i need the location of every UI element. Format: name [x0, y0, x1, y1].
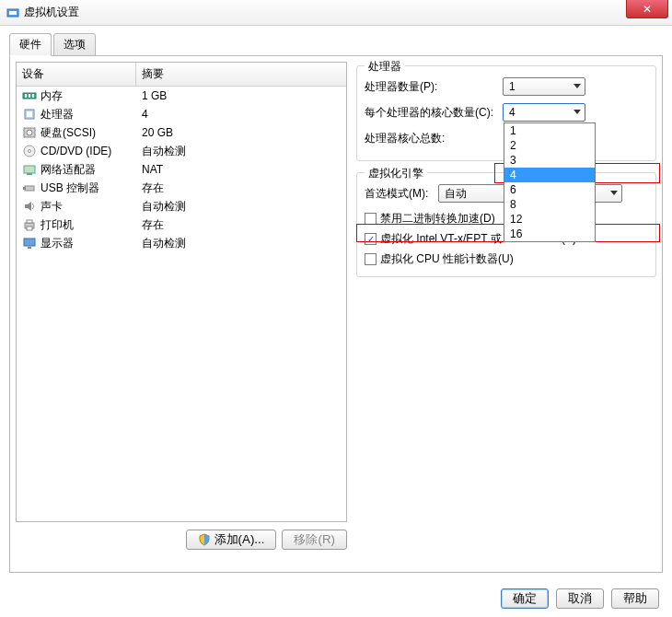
- svg-rect-4: [29, 94, 30, 98]
- device-name: 处理器: [41, 107, 74, 122]
- cores-option[interactable]: 8: [504, 197, 595, 212]
- device-name: 显示器: [41, 236, 74, 251]
- svg-rect-14: [25, 186, 34, 191]
- svg-rect-18: [27, 227, 32, 230]
- device-row[interactable]: 网络适配器NAT: [17, 160, 346, 179]
- total-cores-label: 处理器核心总数:: [365, 131, 503, 146]
- cores-option[interactable]: 16: [504, 227, 595, 241]
- processors-group: 处理器 处理器数量(P): 1 每个处理器的核心数量(C): 4 1234681…: [356, 65, 656, 161]
- title-bar: 虚拟机设置 ✕: [0, 0, 672, 26]
- device-summary: 1 GB: [136, 88, 346, 103]
- processors-legend: 处理器: [365, 59, 405, 75]
- device-summary: 4: [136, 107, 346, 122]
- remove-button: 移除(R): [282, 530, 347, 550]
- help-button[interactable]: 帮助: [611, 588, 659, 609]
- help-button-label: 帮助: [623, 590, 647, 607]
- header-device[interactable]: 设备: [17, 63, 136, 86]
- device-name: 硬盘(SCSI): [41, 125, 96, 141]
- checkbox-disable-binary[interactable]: [365, 213, 377, 225]
- cd-icon: [22, 144, 37, 158]
- display-icon: [22, 236, 37, 250]
- usb-icon: [22, 180, 37, 195]
- device-summary: 自动检测: [136, 235, 346, 252]
- ok-button-label: 确定: [513, 590, 537, 607]
- device-row[interactable]: 声卡自动检测: [17, 197, 346, 215]
- device-row[interactable]: 内存1 GB: [17, 87, 346, 105]
- chevron-down-icon: [610, 191, 618, 195]
- device-summary: 自动检测: [136, 143, 346, 160]
- svg-point-9: [27, 130, 32, 135]
- cores-option[interactable]: 4: [504, 168, 595, 182]
- tab-options[interactable]: 选项: [53, 33, 96, 56]
- cores-label: 每个处理器的核心数量(C):: [365, 105, 503, 121]
- checkbox-vt[interactable]: ✓: [365, 233, 377, 245]
- svg-rect-13: [27, 173, 32, 175]
- cores-option[interactable]: 2: [504, 138, 595, 153]
- cores-select[interactable]: 4 1234681216: [503, 103, 585, 122]
- device-summary: 20 GB: [136, 125, 346, 140]
- row-cores-per-proc: 每个处理器的核心数量(C): 4 1234681216: [365, 101, 648, 123]
- engine-legend: 虚拟化引擎: [365, 166, 427, 181]
- svg-rect-20: [28, 247, 31, 249]
- device-name: 内存: [41, 88, 63, 104]
- cancel-button[interactable]: 取消: [556, 588, 604, 609]
- device-row[interactable]: USB 控制器存在: [17, 179, 346, 197]
- device-row[interactable]: CD/DVD (IDE)自动检测: [17, 142, 346, 160]
- device-summary: 自动检测: [136, 198, 346, 215]
- sound-icon: [22, 199, 37, 214]
- cores-option[interactable]: 3: [504, 153, 595, 168]
- cores-dropdown[interactable]: 1234681216: [504, 122, 596, 242]
- device-name: 打印机: [41, 217, 74, 233]
- close-button[interactable]: ✕: [626, 0, 668, 18]
- close-icon: ✕: [643, 3, 652, 16]
- device-buttons-row: 添加(A)... 移除(R): [16, 522, 347, 550]
- svg-rect-15: [23, 187, 26, 190]
- tab-hardware[interactable]: 硬件: [9, 33, 52, 56]
- device-summary: 存在: [136, 216, 346, 234]
- device-table-header: 设备 摘要: [17, 63, 346, 87]
- device-table: 设备 摘要 内存1 GB处理器4硬盘(SCSI)20 GBCD/DVD (IDE…: [16, 62, 347, 522]
- ok-button[interactable]: 确定: [501, 588, 549, 609]
- device-summary: 存在: [136, 180, 346, 197]
- svg-rect-7: [27, 111, 32, 117]
- cores-option[interactable]: 12: [504, 212, 595, 227]
- checkbox-cpu-counter[interactable]: [365, 253, 377, 265]
- remove-button-label: 移除(R): [294, 531, 335, 548]
- disk-icon: [22, 125, 37, 140]
- memory-icon: [22, 88, 37, 103]
- cpu-icon: [22, 107, 37, 122]
- dialog-content: 硬件 选项 设备 摘要 内存1 GB处理器4硬盘(SCSI)20 GBCD/DV…: [0, 26, 672, 580]
- device-row[interactable]: 打印机存在: [17, 215, 346, 234]
- proc-count-select[interactable]: 1: [503, 77, 585, 96]
- chevron-down-icon: [574, 84, 581, 88]
- cores-value: 4: [509, 106, 516, 119]
- proc-count-value: 1: [509, 80, 516, 93]
- svg-rect-5: [32, 94, 34, 98]
- right-pane: 处理器 处理器数量(P): 1 每个处理器的核心数量(C): 4 1234681…: [356, 62, 656, 566]
- cores-option[interactable]: 6: [504, 182, 595, 197]
- svg-rect-1: [9, 11, 17, 15]
- tab-panel: 设备 摘要 内存1 GB处理器4硬盘(SCSI)20 GBCD/DVD (IDE…: [9, 55, 663, 573]
- device-name: 声卡: [41, 199, 63, 215]
- device-name: USB 控制器: [41, 180, 99, 196]
- shield-icon: [198, 533, 211, 546]
- disable-binary-label: 禁用二进制转换加速(D): [380, 211, 495, 227]
- header-summary[interactable]: 摘要: [136, 63, 346, 86]
- left-pane: 设备 摘要 内存1 GB处理器4硬盘(SCSI)20 GBCD/DVD (IDE…: [16, 62, 347, 566]
- device-row[interactable]: 处理器4: [17, 105, 346, 123]
- cpu-counter-label: 虚拟化 CPU 性能计数器(U): [380, 251, 514, 267]
- device-row[interactable]: 显示器自动检测: [17, 234, 346, 252]
- printer-icon: [22, 217, 37, 232]
- device-summary: NAT: [136, 162, 346, 177]
- add-button[interactable]: 添加(A)...: [186, 530, 277, 550]
- svg-rect-19: [24, 239, 35, 246]
- app-icon: [6, 6, 20, 20]
- device-name: 网络适配器: [41, 162, 96, 178]
- proc-count-label: 处理器数量(P):: [365, 79, 503, 95]
- cores-option[interactable]: 1: [504, 123, 595, 138]
- device-row[interactable]: 硬盘(SCSI)20 GB: [17, 123, 346, 142]
- cancel-button-label: 取消: [568, 590, 592, 607]
- mode-label: 首选模式(M):: [365, 186, 438, 202]
- mode-value: 自动: [445, 186, 467, 202]
- row-cpu-counter[interactable]: 虚拟化 CPU 性能计数器(U): [365, 249, 648, 269]
